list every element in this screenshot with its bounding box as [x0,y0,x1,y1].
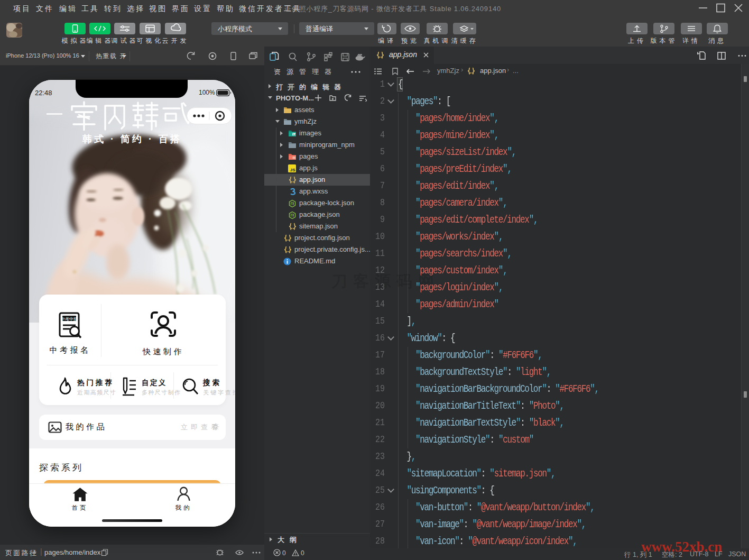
svg-text:0: 0 [301,549,304,557]
svg-text:中考中招: 中考中招 [61,317,78,322]
svg-text:JS: JS [290,168,295,172]
svg-text:0: 0 [282,549,286,557]
